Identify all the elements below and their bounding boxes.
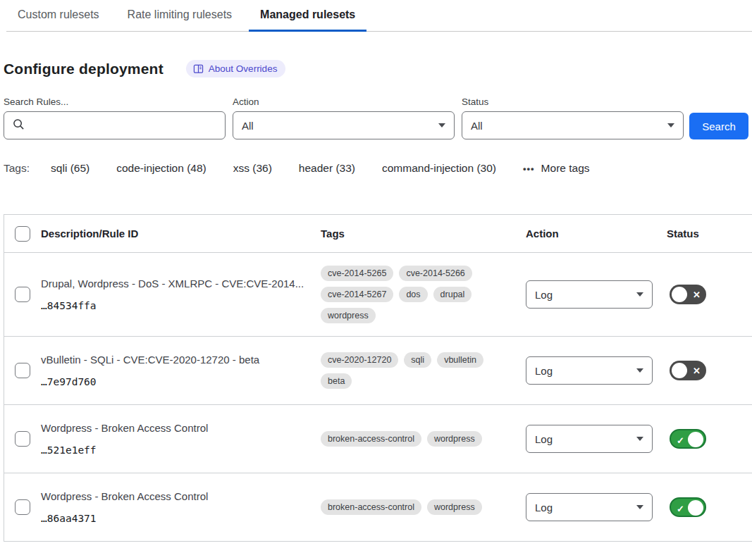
- about-overrides-badge[interactable]: About Overrides: [186, 60, 286, 77]
- tag-filter-header[interactable]: header (33): [299, 162, 355, 175]
- tag-filter-sqli[interactable]: sqli (65): [51, 162, 90, 175]
- table-row: vBulletin - SQLi - CVE:CVE-2020-12720 - …: [4, 337, 752, 405]
- status-filter-select[interactable]: All: [462, 111, 684, 139]
- rule-tags: cve-2020-12720 sqli vbulletin beta: [321, 352, 505, 389]
- tab-custom-rulesets[interactable]: Custom rulesets: [6, 0, 111, 32]
- about-overrides-label: About Overrides: [209, 63, 278, 74]
- action-filter-value: All: [242, 120, 254, 132]
- more-tags-label: More tags: [541, 162, 590, 175]
- rule-action-select[interactable]: Log: [526, 493, 653, 521]
- toggle-state-icon: [687, 285, 706, 304]
- tag-filter-code-injection[interactable]: code-injection (48): [116, 162, 207, 175]
- toggle-knob: [688, 500, 703, 516]
- tag-chip: cve-2014-5266: [399, 266, 471, 281]
- chevron-down-icon: [667, 123, 674, 127]
- toggle-knob: [688, 432, 703, 447]
- row-checkbox[interactable]: [15, 499, 30, 515]
- search-icon: [13, 118, 25, 132]
- rule-action-select[interactable]: Log: [526, 425, 653, 453]
- search-rules-label: Search Rules...: [4, 97, 226, 107]
- tag-chip: wordpress: [427, 499, 482, 515]
- tag-chip: broken-access-control: [321, 431, 421, 447]
- rule-tags: broken-access-control wordpress: [321, 431, 505, 447]
- status-filter-label: Status: [462, 97, 684, 107]
- chevron-down-icon: [636, 292, 643, 297]
- action-filter-label: Action: [233, 97, 455, 107]
- tag-chip: beta: [321, 373, 352, 389]
- tags-bar-label: Tags:: [4, 162, 30, 175]
- rule-description: Drupal, Wordpress - DoS - XMLRPC - CVE:C…: [41, 278, 321, 291]
- search-rules-field: [4, 111, 226, 139]
- select-all-checkbox[interactable]: [15, 226, 30, 242]
- rule-action-value: Log: [535, 289, 553, 301]
- tag-chip: vbulletin: [437, 352, 483, 368]
- row-checkbox[interactable]: [15, 363, 30, 378]
- row-checkbox[interactable]: [15, 431, 30, 447]
- action-filter-select[interactable]: All: [233, 111, 455, 139]
- rule-description: Wordpress - Broken Access Control: [41, 490, 321, 504]
- managed-rules-table: Description/Rule ID Tags Action Status D…: [4, 214, 752, 542]
- rule-status-toggle[interactable]: [670, 285, 706, 304]
- rule-status-toggle[interactable]: [670, 429, 706, 449]
- search-rules-input[interactable]: [30, 120, 216, 132]
- toggle-state-icon: [671, 430, 690, 450]
- toggle-state-icon: [671, 499, 690, 518]
- tab-managed-rulesets[interactable]: Managed rulesets: [249, 0, 366, 32]
- toggle-knob: [672, 287, 687, 302]
- tag-filter-xss[interactable]: xss (36): [233, 162, 272, 175]
- main-content: Configure deployment About Overrides Sea…: [0, 60, 752, 542]
- toggle-state-icon: [687, 361, 706, 380]
- tag-chip: sqli: [404, 352, 431, 368]
- chevron-down-icon: [636, 368, 643, 373]
- rule-status-toggle[interactable]: [670, 497, 706, 517]
- rule-tags: cve-2014-5265 cve-2014-5266 cve-2014-526…: [321, 266, 505, 323]
- tag-chip: drupal: [433, 287, 472, 302]
- search-button[interactable]: Search: [689, 113, 748, 139]
- tag-chip: cve-2014-5265: [321, 266, 393, 281]
- rule-id: …86aa4371: [41, 513, 321, 524]
- status-filter-value: All: [471, 120, 483, 132]
- tag-chip: wordpress: [321, 308, 376, 323]
- table-row: Wordpress - Broken Access Control …521e1…: [4, 405, 752, 473]
- rule-id: …7e97d760: [41, 376, 321, 387]
- row-checkbox[interactable]: [15, 287, 30, 302]
- book-icon: [193, 64, 204, 74]
- column-header-tags: Tags: [321, 228, 526, 239]
- rule-description: vBulletin - SQLi - CVE:CVE-2020-12720 - …: [41, 354, 321, 367]
- rule-description: Wordpress - Broken Access Control: [41, 422, 321, 435]
- table-header-row: Description/Rule ID Tags Action Status: [4, 215, 752, 253]
- column-header-status: Status: [667, 228, 752, 239]
- toggle-knob: [672, 363, 687, 378]
- table-row: Drupal, Wordpress - DoS - XMLRPC - CVE:C…: [4, 253, 752, 337]
- rule-tags: broken-access-control wordpress: [321, 499, 505, 515]
- tag-filter-command-injection[interactable]: command-injection (30): [382, 162, 496, 175]
- rule-action-value: Log: [535, 502, 553, 514]
- tag-chip: cve-2020-12720: [321, 352, 398, 368]
- table-row: Wordpress - Broken Access Control …86aa4…: [4, 473, 752, 542]
- page-title: Configure deployment: [4, 61, 164, 77]
- chevron-down-icon: [438, 123, 445, 127]
- tag-chip: broken-access-control: [321, 499, 421, 515]
- column-header-action: Action: [526, 228, 667, 239]
- tab-rate-limiting-rulesets[interactable]: Rate limiting rulesets: [116, 0, 244, 32]
- rule-status-toggle[interactable]: [670, 361, 706, 380]
- ruleset-tabbar: Custom rulesets Rate limiting rulesets M…: [6, 0, 752, 32]
- tag-chip: cve-2014-5267: [321, 287, 393, 302]
- tag-chip: wordpress: [427, 431, 482, 447]
- rule-action-select[interactable]: Log: [526, 280, 653, 309]
- rule-id: …84534ffa: [41, 300, 321, 311]
- chevron-down-icon: [636, 505, 643, 509]
- rule-action-value: Log: [535, 365, 553, 377]
- chevron-down-icon: [636, 437, 643, 441]
- rule-action-value: Log: [535, 433, 553, 445]
- more-tags-button[interactable]: ••• More tags: [523, 162, 590, 175]
- rule-action-select[interactable]: Log: [526, 356, 653, 385]
- column-header-description: Description/Rule ID: [41, 228, 321, 239]
- rule-id: …521e1eff: [41, 444, 321, 456]
- ellipsis-icon: •••: [523, 163, 535, 174]
- tag-chip: dos: [399, 287, 427, 302]
